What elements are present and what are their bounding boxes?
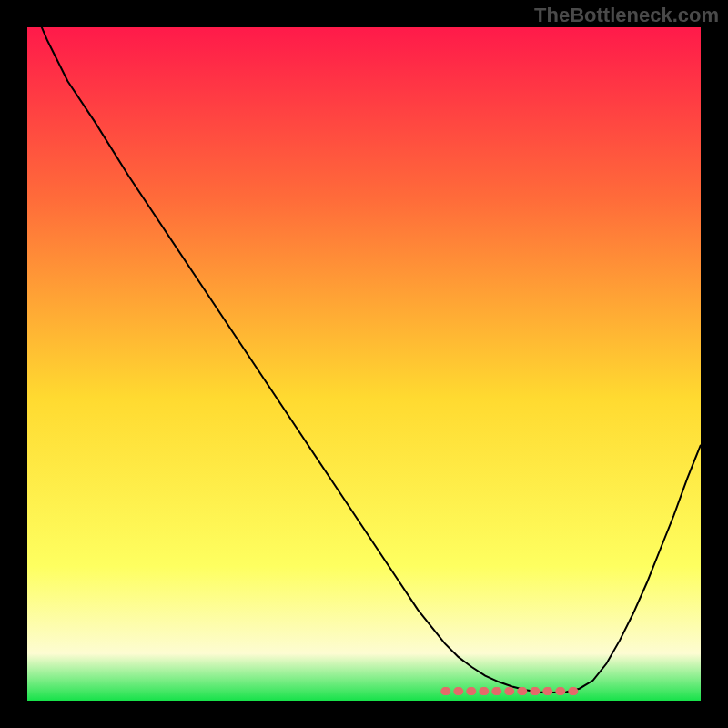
watermark-text: TheBottleneck.com xyxy=(534,4,719,27)
chart-frame: TheBottleneck.com xyxy=(0,0,728,728)
gradient-background xyxy=(27,27,701,701)
plot-area xyxy=(27,27,701,701)
chart-svg xyxy=(27,27,701,701)
